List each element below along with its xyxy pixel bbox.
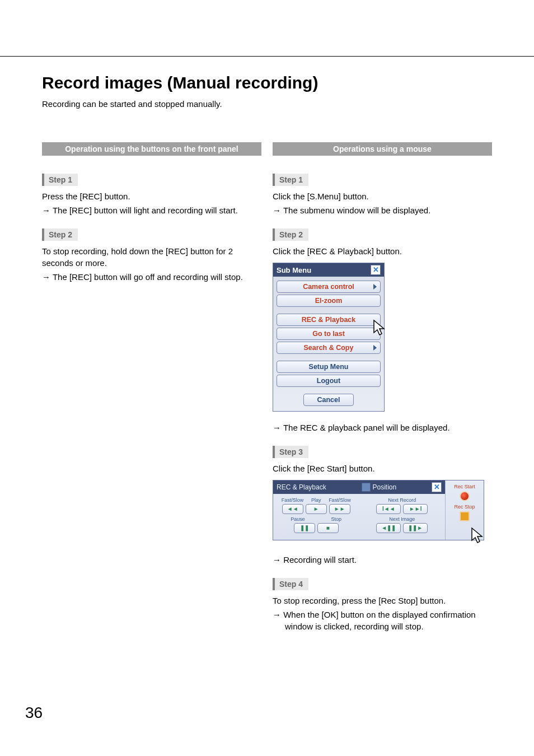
next-image-button[interactable]: ❚❚► — [403, 523, 428, 533]
left-column: Operation using the buttons on the front… — [42, 142, 261, 637]
search-copy-label: Search & Copy — [304, 344, 354, 352]
cursor-icon — [471, 527, 485, 544]
step2-label: Step 2 — [42, 228, 78, 241]
r-step2-text: Click the [REC & Playback] button. — [273, 245, 492, 257]
go-to-last-button[interactable]: Go to last — [277, 328, 381, 340]
fast-slow-left-label: Fast/Slow — [282, 497, 304, 503]
fast-slow-right-label: Fast/Slow — [329, 497, 351, 503]
chevron-right-icon — [373, 345, 377, 351]
setup-menu-button[interactable]: Setup Menu — [277, 361, 381, 373]
rec-stop-label: Rec Stop — [448, 504, 481, 510]
rec-playback-panel-wrap: REC & Playback Position ✕ Fast/Slow — [273, 480, 484, 540]
pause-label: Pause — [291, 516, 305, 522]
play-label: Play — [311, 497, 321, 503]
pause-button[interactable]: ❚❚ — [294, 523, 315, 533]
position-icon[interactable] — [362, 483, 371, 492]
rewind-button[interactable]: ◄◄ — [282, 504, 303, 514]
camera-control-button[interactable]: Camera control — [277, 281, 381, 293]
sub-menu-title-text: Sub Menu — [277, 266, 311, 274]
r-step4-text: To stop recording, press the [Rec Stop] … — [273, 595, 492, 606]
chevron-right-icon — [373, 284, 377, 290]
step1-label: Step 1 — [42, 174, 78, 186]
r-step3-text: Click the [Rec Start] button. — [273, 463, 492, 474]
prev-record-button[interactable]: I◄◄ — [376, 504, 401, 514]
position-label: Position — [373, 483, 397, 491]
step1-text: Press the [REC] button. — [42, 190, 261, 202]
front-panel-section-heading: Operation using the buttons on the front… — [42, 142, 261, 156]
r-step3-label: Step 3 — [273, 446, 308, 458]
intro-text: Recording can be started and stopped man… — [42, 99, 492, 109]
close-icon[interactable]: ✕ — [371, 265, 381, 275]
mouse-section-heading: Operations using a mouse — [273, 142, 492, 156]
el-zoom-button[interactable]: El-zoom — [277, 295, 381, 307]
two-column-layout: Operation using the buttons on the front… — [42, 142, 492, 637]
fast-forward-button[interactable]: ►► — [329, 504, 350, 514]
stop-label: Stop — [331, 516, 342, 522]
logout-button[interactable]: Logout — [277, 375, 381, 387]
cancel-button[interactable]: Cancel — [303, 394, 354, 406]
cursor-icon — [373, 319, 387, 336]
sub-menu-titlebar: Sub Menu ✕ — [273, 263, 384, 277]
step2-text: To stop recording, hold down the [REC] b… — [42, 245, 261, 269]
rec-stop-button[interactable] — [460, 511, 470, 521]
r-step4-label: Step 4 — [273, 578, 308, 590]
page-content: Record images (Manual recording) Recordi… — [0, 57, 534, 637]
right-column: Operations using a mouse Step 1 Click th… — [273, 142, 492, 637]
search-copy-button[interactable]: Search & Copy — [277, 342, 381, 354]
r-step1-label: Step 1 — [273, 174, 308, 186]
r-step1-result: The submenu window will be displayed. — [273, 204, 492, 216]
r-step3-result: Recording will start. — [273, 554, 492, 566]
page-number: 36 — [0, 704, 534, 739]
r-step1-text: Click the [S.Menu] button. — [273, 190, 492, 202]
rec-playback-button[interactable]: REC & Playback — [277, 314, 381, 326]
rec-playback-title-text: REC & Playback — [277, 483, 326, 491]
stop-button[interactable]: ■ — [317, 523, 339, 533]
r-step2-result: The REC & playback panel will be display… — [273, 422, 492, 433]
step2-result: The [REC] button will go off and recordi… — [42, 271, 261, 283]
next-image-label: Next Image — [389, 516, 415, 522]
next-record-button[interactable]: ►►I — [403, 504, 428, 514]
rec-start-label: Rec Start — [448, 484, 481, 489]
play-button[interactable]: ► — [306, 504, 327, 514]
rec-playback-titlebar: REC & Playback Position ✕ — [273, 480, 445, 494]
camera-control-label: Camera control — [303, 283, 354, 291]
close-icon[interactable]: ✕ — [432, 482, 442, 492]
r-step4-result: When the [OK] button on the displayed co… — [273, 609, 492, 632]
rec-start-button[interactable] — [460, 491, 470, 501]
step1-result: The [REC] button will light and recordin… — [42, 204, 261, 216]
prev-image-button[interactable]: ◄❚❚ — [376, 523, 401, 533]
rec-playback-panel: REC & Playback Position ✕ Fast/Slow — [273, 480, 484, 540]
next-record-label: Next Record — [388, 497, 416, 503]
r-step2-label: Step 2 — [273, 228, 308, 241]
sub-menu-window: Sub Menu ✕ Camera control El-zoom REC & … — [273, 263, 385, 412]
page-title: Record images (Manual recording) — [42, 73, 492, 92]
